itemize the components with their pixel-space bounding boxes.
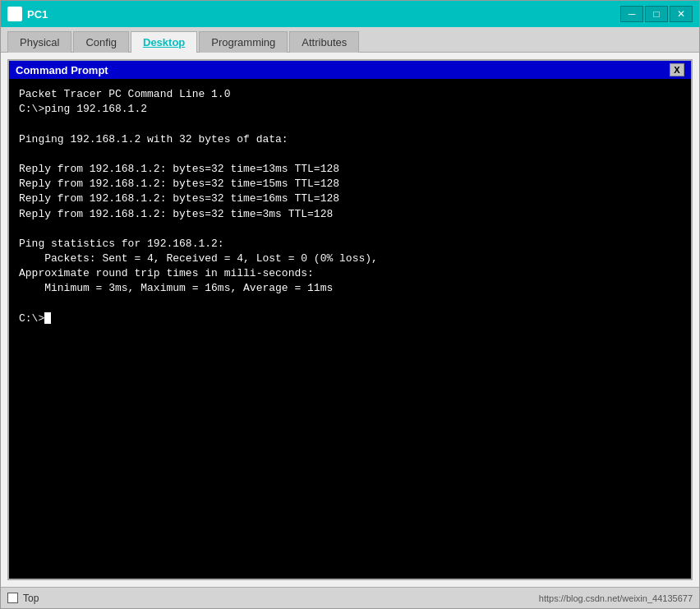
window-controls: ─ □ ✕ — [620, 6, 693, 22]
tab-config[interactable]: Config — [73, 31, 129, 53]
app-icon — [7, 7, 22, 21]
cmd-body[interactable]: Packet Tracer PC Command Line 1.0 C:\>pi… — [9, 79, 691, 579]
cmd-close-button[interactable]: X — [670, 63, 684, 76]
status-bar: Top https://blog.csdn.net/weixin_4413567… — [1, 587, 699, 608]
status-url: https://blog.csdn.net/weixin_44135677 — [539, 593, 693, 603]
minimize-button[interactable]: ─ — [620, 6, 643, 22]
svg-rect-2 — [12, 19, 18, 20]
tab-physical[interactable]: Physical — [7, 31, 71, 53]
tab-bar: Physical Config Desktop Programming Attr… — [1, 27, 699, 53]
cursor — [44, 312, 51, 324]
tab-desktop[interactable]: Desktop — [131, 31, 197, 53]
window-close-button[interactable]: ✕ — [670, 6, 693, 22]
svg-rect-1 — [12, 17, 17, 19]
top-checkbox[interactable] — [7, 593, 18, 603]
svg-point-3 — [13, 12, 16, 15]
main-window: PC1 ─ □ ✕ Physical Config Desktop Progra… — [0, 0, 700, 609]
title-bar: PC1 ─ □ ✕ — [1, 1, 699, 27]
status-left: Top — [7, 593, 39, 604]
maximize-button[interactable]: □ — [645, 6, 668, 22]
tab-programming[interactable]: Programming — [199, 31, 288, 53]
tab-attributes[interactable]: Attributes — [289, 31, 359, 53]
main-content: Command Prompt X Packet Tracer PC Comman… — [1, 53, 699, 587]
command-prompt-panel: Command Prompt X Packet Tracer PC Comman… — [7, 59, 693, 580]
cmd-title: Command Prompt — [16, 64, 108, 76]
top-label: Top — [23, 593, 39, 604]
window-title: PC1 — [27, 8, 620, 21]
cmd-header: Command Prompt X — [9, 61, 691, 79]
